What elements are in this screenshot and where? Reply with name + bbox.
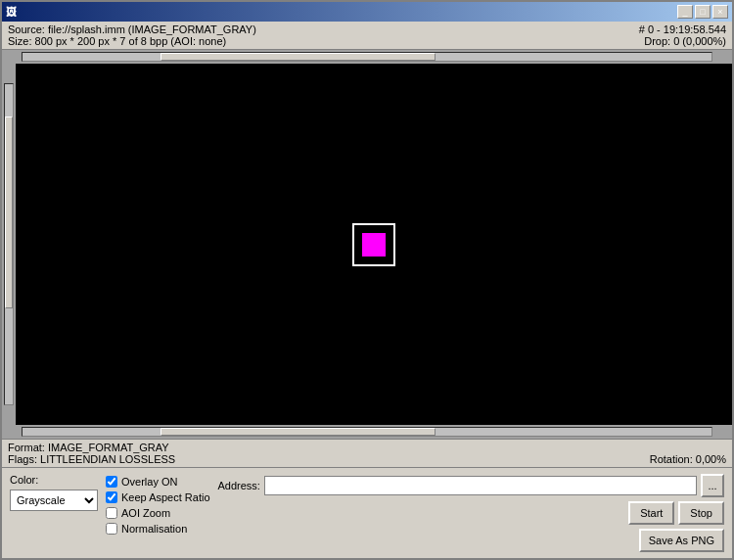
- horizontal-scrollbar-top[interactable]: [2, 50, 732, 64]
- keep-aspect-label: Keep Aspect Ratio: [121, 491, 210, 503]
- normalisation-checkbox[interactable]: [106, 523, 117, 535]
- h-scroll-track-bottom[interactable]: [22, 427, 712, 437]
- drop-info: Drop: 0 (0,000%): [644, 35, 726, 47]
- image-area: [2, 50, 732, 439]
- size-info: Size: 800 px * 200 px * 7 of 8 bpp (AOI:…: [8, 35, 226, 47]
- minimize-button[interactable]: _: [677, 5, 693, 19]
- window-icon: 🖼: [6, 6, 17, 18]
- h-scroll-thumb-bottom[interactable]: [161, 428, 436, 436]
- status-bar: Format: IMAGE_FORMAT_GRAY Flags: LITTLEE…: [2, 439, 732, 467]
- keep-aspect-row: Keep Aspect Ratio: [106, 491, 210, 503]
- title-bar: 🖼 _ □ ×: [2, 2, 732, 22]
- keep-aspect-checkbox[interactable]: [106, 491, 117, 503]
- image-canvas: [16, 64, 732, 425]
- address-label: Address:: [218, 480, 260, 491]
- info-bar: Source: file://splash.imm (IMAGE_FORMAT_…: [2, 22, 732, 50]
- right-controls: Address: ... Start Stop Save As PNG: [218, 474, 724, 552]
- frame-info: # 0 - 19:19:58.544: [639, 23, 726, 35]
- action-buttons: Start Stop: [628, 501, 724, 525]
- color-label: Color:: [10, 474, 98, 486]
- address-input[interactable]: [264, 476, 697, 495]
- normalisation-row: Normalisation: [106, 523, 210, 535]
- checkboxes-panel: Overlay ON Keep Aspect Ratio AOI Zoom No…: [106, 474, 210, 535]
- maximize-button[interactable]: □: [695, 5, 711, 19]
- controls-bar: Color: Grayscale Color False Color Overl…: [2, 467, 732, 558]
- horizontal-scrollbar-bottom[interactable]: [2, 425, 732, 439]
- aoi-zoom-checkbox[interactable]: [106, 507, 117, 519]
- overlay-row: Overlay ON: [106, 476, 210, 488]
- color-select[interactable]: Grayscale Color False Color: [10, 490, 98, 511]
- h-scroll-track[interactable]: [22, 52, 712, 62]
- source-info: Source: file://splash.imm (IMAGE_FORMAT_…: [8, 23, 256, 35]
- start-button[interactable]: Start: [628, 501, 674, 525]
- vertical-scrollbar[interactable]: [2, 64, 16, 425]
- image-main-area: [2, 64, 732, 425]
- rotation-info: Rotation: 0,00%: [650, 453, 726, 465]
- flags-info: Flags: LITTLEENDIAN LOSSLESS: [8, 453, 175, 465]
- info-line-1: Source: file://splash.imm (IMAGE_FORMAT_…: [8, 23, 726, 35]
- aoi-zoom-label: AOI Zoom: [121, 507, 170, 519]
- save-button-row: Save As PNG: [639, 529, 724, 552]
- overlay-checkbox[interactable]: [106, 476, 117, 488]
- info-line-2: Size: 800 px * 200 px * 7 of 8 bpp (AOI:…: [8, 35, 726, 47]
- v-scroll-track[interactable]: [4, 83, 14, 405]
- address-row: Address: ...: [218, 474, 724, 497]
- address-browse-button[interactable]: ...: [701, 474, 724, 497]
- window-controls: _ □ ×: [677, 5, 728, 19]
- selection-box: [352, 223, 395, 266]
- close-button[interactable]: ×: [712, 5, 728, 19]
- save-as-png-button[interactable]: Save As PNG: [639, 529, 724, 552]
- overlay-label: Overlay ON: [121, 476, 177, 488]
- stop-button[interactable]: Stop: [678, 501, 724, 525]
- aoi-zoom-row: AOI Zoom: [106, 507, 210, 519]
- status-line-2: Flags: LITTLEENDIAN LOSSLESS Rotation: 0…: [8, 453, 726, 465]
- h-scroll-thumb[interactable]: [161, 53, 436, 61]
- main-window: 🖼 _ □ × Source: file://splash.imm (IMAGE…: [0, 0, 734, 560]
- status-line-1: Format: IMAGE_FORMAT_GRAY: [8, 442, 726, 453]
- v-scroll-thumb[interactable]: [5, 117, 13, 308]
- magenta-region: [362, 233, 386, 257]
- format-info: Format: IMAGE_FORMAT_GRAY: [8, 442, 169, 453]
- color-control: Color: Grayscale Color False Color: [10, 474, 98, 511]
- normalisation-label: Normalisation: [121, 523, 187, 535]
- color-select-wrapper: Grayscale Color False Color: [10, 490, 98, 511]
